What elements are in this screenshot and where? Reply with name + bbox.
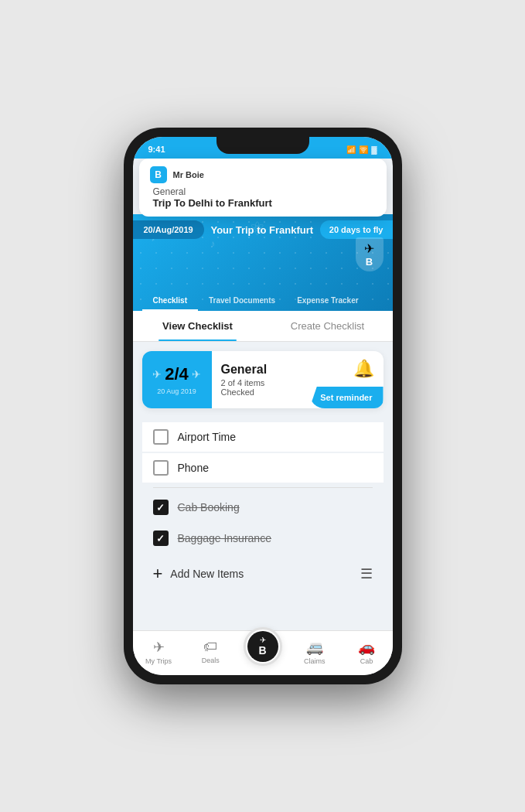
nav-item-my-trips[interactable]: ✈ My Trips	[133, 639, 185, 665]
general-card: ✈ 2/4 ✈ 20 Aug 2019 General 2 of 4 items…	[142, 351, 384, 408]
signal-icon: 📶	[346, 145, 356, 154]
notification-popup: B Mr Boie General Trip To Delhi to Frank…	[139, 159, 387, 217]
add-new-items-row[interactable]: + Add New Items ☰	[142, 554, 384, 593]
checklist-item-phone[interactable]: Phone	[142, 453, 384, 483]
claims-label: Claims	[304, 657, 326, 665]
list-icon: ☰	[360, 565, 373, 582]
phone-frame: 9:41 📶 🛜 ▓ B Mr Boie General Trip To Del…	[124, 128, 402, 684]
card-fraction: 2/4	[165, 364, 189, 384]
deco-music-icon: ♪	[210, 237, 216, 250]
item-label-baggage: Baggage Insurance	[178, 532, 271, 544]
wifi-icon: 🛜	[359, 145, 368, 154]
cab-label: Cab	[360, 657, 373, 665]
nav-item-deals[interactable]: 🏷 Deals	[185, 639, 237, 664]
days-badge: 20 days to fly	[320, 220, 393, 239]
card-deco-icon: ✈	[152, 368, 162, 380]
notif-content: General Trip To Delhi to Frankfurt	[150, 186, 376, 209]
nav-item-home[interactable]: ✈ B Home	[237, 641, 288, 663]
add-items-label: Add New Items	[170, 568, 352, 580]
bottom-nav: ✈ My Trips 🏷 Deals ✈ B Home	[133, 630, 393, 675]
item-label-phone: Phone	[178, 462, 209, 474]
hero-section: ✈ ✦ ♪ ⚛ 20/Aug/2019 Your Trip to Frankfu…	[133, 214, 393, 311]
hero-tab-expense[interactable]: Expense Tracker	[286, 292, 370, 311]
checkbox-cab[interactable]: ✓	[153, 500, 169, 515]
checkbox-airport-time[interactable]	[153, 429, 169, 445]
deals-icon: 🏷	[203, 639, 217, 655]
hero-tabs: Checklist Travel Documents Expense Track…	[133, 292, 393, 311]
app-name: Mr Boie	[173, 170, 204, 179]
claims-icon: 🚐	[306, 639, 323, 656]
hero-logo: ✈ B	[356, 237, 384, 271]
set-reminder-button[interactable]: Set reminder	[309, 387, 383, 408]
notch	[216, 137, 309, 154]
notif-category: General	[153, 186, 376, 197]
nav-item-cab[interactable]: 🚗 Cab	[340, 639, 392, 665]
checklist-item-baggage[interactable]: ✓ Baggage Insurance	[142, 524, 384, 553]
tab-view-checklist[interactable]: View Checklist	[133, 311, 263, 341]
notif-trip: Trip To Delhi to Frankfurt	[153, 197, 376, 209]
checkbox-baggage[interactable]: ✓	[153, 531, 169, 546]
card-subtitle: 2 of 4 items Checked	[221, 378, 301, 397]
checkbox-phone[interactable]	[153, 460, 169, 476]
app-icon: B	[150, 166, 167, 183]
my-trips-label: My Trips	[145, 657, 172, 665]
plus-icon: +	[153, 564, 163, 584]
status-time: 9:41	[148, 145, 165, 154]
status-icons: 📶 🛜 ▓	[346, 145, 377, 154]
nav-item-claims[interactable]: 🚐 Claims	[288, 639, 340, 665]
card-info: General 2 of 4 items Checked	[212, 351, 310, 408]
hero-tab-travel-docs[interactable]: Travel Documents	[198, 292, 286, 311]
divider	[153, 487, 373, 488]
hero-badge-row: 20/Aug/2019 Your Trip to Frankfurt 20 da…	[133, 220, 393, 239]
card-right: 🔔 Set reminder	[309, 351, 383, 408]
home-button[interactable]: ✈ B	[244, 627, 282, 666]
item-label-cab: Cab Booking	[178, 501, 240, 513]
bell-icon[interactable]: 🔔	[353, 359, 374, 378]
date-badge: 20/Aug/2019	[133, 220, 204, 239]
home-btn-inner: ✈ B	[247, 631, 278, 662]
home-btn-b: B	[258, 644, 266, 657]
battery-icon: ▓	[371, 145, 377, 154]
tab-create-checklist[interactable]: Create Checklist	[263, 311, 393, 341]
card-date: 20 Aug 2019	[157, 387, 196, 395]
card-right-icon: ✈	[192, 368, 201, 380]
phone-screen: 9:41 📶 🛜 ▓ B Mr Boie General Trip To Del…	[133, 137, 393, 675]
checklist-items: Airport Time Phone ✓ Cab Booking	[142, 419, 384, 596]
card-inner: ✈ 2/4 ✈ 20 Aug 2019 General 2 of 4 items…	[142, 351, 384, 408]
notif-header: B Mr Boie	[150, 166, 376, 183]
card-title: General	[221, 363, 301, 377]
deals-label: Deals	[202, 657, 220, 664]
cab-icon: 🚗	[358, 639, 375, 656]
count-row: ✈ 2/4 ✈	[152, 364, 201, 384]
checklist-content: ✈ 2/4 ✈ 20 Aug 2019 General 2 of 4 items…	[133, 342, 393, 630]
my-trips-icon: ✈	[153, 639, 165, 656]
checklist-item-airport-time[interactable]: Airport Time	[142, 422, 384, 452]
trip-title: Your Trip to Frankfurt	[204, 224, 320, 236]
item-label-airport-time: Airport Time	[178, 431, 236, 443]
checklist-item-cab[interactable]: ✓ Cab Booking	[142, 493, 384, 522]
hero-tab-checklist[interactable]: Checklist	[142, 292, 198, 311]
content-tabs: View Checklist Create Checklist	[133, 311, 393, 342]
card-count-section: ✈ 2/4 ✈ 20 Aug 2019	[142, 351, 212, 408]
bell-container: 🔔	[344, 351, 384, 387]
